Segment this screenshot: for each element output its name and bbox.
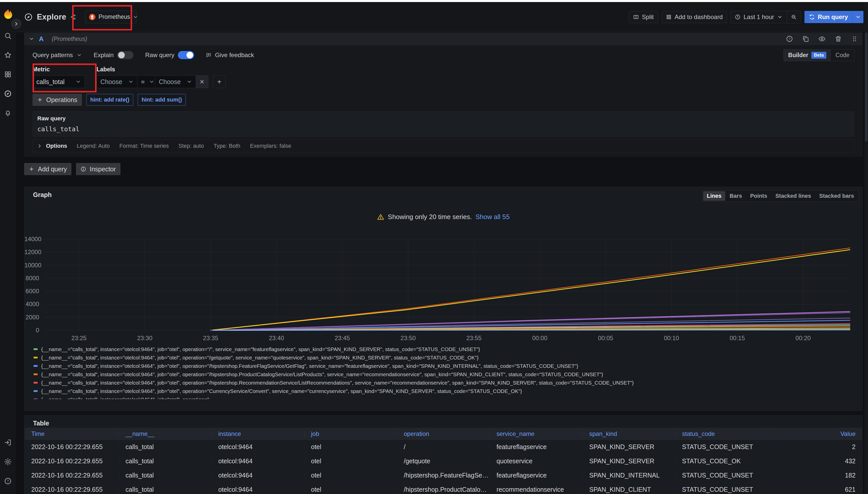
label-value-select[interactable]: Choose xyxy=(155,75,196,88)
mode-stacked-lines[interactable]: Stacked lines xyxy=(772,191,815,201)
x-tick-label: 23:50 xyxy=(394,335,422,342)
help-circle-icon[interactable]: ? xyxy=(786,35,793,42)
legend-label: {__name__="calls_total", instance="otelc… xyxy=(41,380,634,386)
column-header-time[interactable]: Time xyxy=(25,430,119,437)
help-icon[interactable]: ? xyxy=(4,477,12,485)
legend-item-clipped[interactable]: {__name__="calls_total", instance="otelc… xyxy=(34,395,856,399)
explore-title-icon xyxy=(24,13,33,21)
explore-compass-icon[interactable] xyxy=(4,90,12,97)
graph-canvas[interactable] xyxy=(43,237,850,332)
show-all-series-link[interactable]: Show all 55 xyxy=(475,213,509,221)
cell-time: 2022-10-16 00:22:29.655 xyxy=(25,457,119,465)
x-tick-label: 00:10 xyxy=(657,335,685,342)
duplicate-icon[interactable] xyxy=(802,35,809,42)
hint-add-rate-button[interactable]: hint: add rate() xyxy=(86,94,133,106)
remove-label-filter-button[interactable] xyxy=(196,75,209,88)
cell-service-name: quoteservice xyxy=(490,457,582,465)
split-button[interactable]: Split xyxy=(629,11,658,23)
metric-label: Metric xyxy=(33,66,85,73)
cell-name: calls_total xyxy=(119,457,212,465)
navbar-right: Split Add to dashboard Last 1 hour xyxy=(629,11,864,23)
share-icon[interactable] xyxy=(70,14,76,20)
mode-stacked-bars[interactable]: Stacked bars xyxy=(815,191,858,201)
column-header-status-code[interactable]: status_code xyxy=(675,430,768,437)
mode-bars[interactable]: Bars xyxy=(726,191,746,201)
column-header-job[interactable]: job xyxy=(304,430,397,437)
inspector-button[interactable]: Inspector xyxy=(76,163,121,175)
x-tick-label: 23:30 xyxy=(131,335,159,342)
settings-gear-icon[interactable] xyxy=(4,458,12,466)
explain-toggle[interactable] xyxy=(117,51,133,59)
run-query-dropdown[interactable] xyxy=(852,11,864,23)
zoom-out-button[interactable] xyxy=(787,11,801,23)
explore-actions: Add query Inspector xyxy=(24,163,863,175)
hint-add-sum-button[interactable]: hint: add sum() xyxy=(138,94,186,106)
cell-operation: /getquote xyxy=(397,457,490,465)
mode-lines[interactable]: Lines xyxy=(703,191,725,201)
label-operator-select[interactable]: = xyxy=(137,75,155,88)
legend-item[interactable]: {__name__="calls_total", instance="otelc… xyxy=(34,345,856,353)
builder-tab[interactable]: Builder Beta xyxy=(784,50,831,61)
query-patterns-dropdown[interactable]: Query patterns xyxy=(33,52,82,59)
label-key-select[interactable]: Choose xyxy=(96,75,137,88)
clock-icon xyxy=(735,14,740,20)
raw-query-toggle[interactable] xyxy=(178,51,194,59)
query-datasource-hint: (Prometheus) xyxy=(52,36,87,42)
code-tab[interactable]: Code xyxy=(831,50,854,61)
legend-item[interactable]: {__name__="calls_total", instance="otelc… xyxy=(34,387,856,395)
plus-icon xyxy=(217,79,222,84)
column-header-service-name[interactable]: service_name xyxy=(490,430,582,437)
operations-button[interactable]: Operations xyxy=(33,94,82,106)
legend-item[interactable]: {__name__="calls_total", instance="otelc… xyxy=(34,379,856,387)
sidebar: ? xyxy=(0,2,16,494)
legend-item[interactable]: {__name__="calls_total", instance="otelc… xyxy=(34,362,856,370)
mode-points[interactable]: Points xyxy=(746,191,771,201)
legend-item[interactable]: {__name__="calls_total", instance="otelc… xyxy=(34,370,856,379)
collapse-chevron-icon[interactable] xyxy=(29,36,34,42)
sidebar-expand-button[interactable] xyxy=(11,19,21,29)
drag-handle-icon[interactable] xyxy=(851,35,858,42)
alerting-bell-icon[interactable] xyxy=(4,109,12,117)
add-to-dashboard-button[interactable]: Add to dashboard xyxy=(662,11,727,23)
metric-labels-row: Metric calls_total Labels Choose xyxy=(33,66,854,88)
datasource-picker[interactable]: Prometheus xyxy=(85,11,137,23)
column-header-instance[interactable]: instance xyxy=(212,430,304,437)
starred-icon[interactable] xyxy=(4,51,12,59)
operations-row: Operations hint: add rate() hint: add su… xyxy=(33,94,854,106)
options-row[interactable]: Options Legend: Auto Format: Time series… xyxy=(33,140,854,152)
run-query-button[interactable]: Run query xyxy=(804,11,852,23)
option-step: Step: auto xyxy=(178,142,204,149)
column-header-span-kind[interactable]: span_kind xyxy=(582,430,675,437)
column-header-name[interactable]: __name__ xyxy=(119,430,212,437)
raw-query-box: Raw query calls_total xyxy=(33,111,854,137)
y-tick-label: 8000 xyxy=(24,275,39,282)
option-type: Type: Both xyxy=(214,142,240,149)
search-icon[interactable] xyxy=(4,32,12,40)
grafana-logo-icon[interactable] xyxy=(2,8,14,20)
hide-response-eye-icon[interactable] xyxy=(818,35,826,42)
cell-job: otel xyxy=(304,486,397,493)
column-header-operation[interactable]: operation xyxy=(397,430,490,437)
legend-item[interactable]: {__name__="calls_total", instance="otelc… xyxy=(34,353,856,362)
query-row-header[interactable]: A (Prometheus) ? xyxy=(24,33,863,45)
dashboards-icon[interactable] xyxy=(4,71,12,78)
sign-in-icon[interactable] xyxy=(4,439,12,446)
add-query-button[interactable]: Add query xyxy=(24,163,71,175)
cell-span-kind: SPAN_KIND_SERVER xyxy=(582,457,675,465)
warning-text: Showing only 20 time series. xyxy=(388,213,472,221)
table-panel-title: Table xyxy=(33,420,49,427)
x-tick-label: 00:05 xyxy=(592,335,619,342)
chevron-down-icon xyxy=(128,79,134,84)
cell-service-name: featureflagservice xyxy=(490,443,582,451)
top-navbar: Explore Prometheus Split Add to xyxy=(16,2,868,32)
metric-select[interactable]: calls_total xyxy=(33,75,85,88)
legend-swatch xyxy=(34,390,38,392)
remove-query-trash-icon[interactable] xyxy=(835,35,842,42)
give-feedback-link[interactable]: Give feedback xyxy=(206,52,254,59)
scrollbar-thumb[interactable] xyxy=(865,33,868,141)
time-range-button[interactable]: Last 1 hour xyxy=(731,11,787,23)
chevron-down-icon xyxy=(76,52,82,58)
sidebar-icon-group xyxy=(4,32,12,117)
add-label-filter-button[interactable] xyxy=(213,75,225,88)
column-header-value[interactable]: Value xyxy=(768,430,862,437)
